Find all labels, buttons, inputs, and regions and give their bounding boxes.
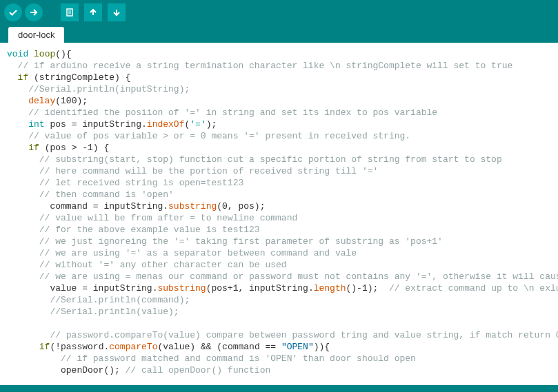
- code-comment: //Serial.println(command);: [7, 295, 190, 305]
- toolbar: [0, 0, 558, 25]
- code-text: )){: [314, 342, 330, 352]
- code-text: [28, 49, 34, 59]
- code-text: [7, 143, 28, 153]
- tab-door-lock[interactable]: door-lock: [8, 27, 64, 43]
- verify-button[interactable]: [4, 3, 22, 21]
- code-text: [7, 342, 39, 352]
- code-text: (!password.: [50, 342, 109, 352]
- code-text: value = inputString.: [7, 283, 157, 293]
- code-func: delay: [28, 96, 55, 106]
- code-comment: // for the above example value is test12…: [7, 225, 260, 235]
- code-text: pos = inputString.: [45, 119, 147, 130]
- code-keyword: void: [7, 49, 28, 59]
- code-text: ()-1);: [346, 283, 389, 293]
- code-comment: // extract command up to \n exluded: [389, 283, 558, 293]
- code-text: );: [206, 119, 217, 130]
- code-comment: // if arduino receive a string terminati…: [7, 61, 512, 71]
- code-keyword: if: [28, 143, 39, 153]
- code-text: (pos > -1) {: [39, 143, 109, 153]
- code-comment: // identified the posiion of '=' in stri…: [7, 107, 437, 118]
- code-string: '=': [190, 119, 206, 130]
- code-text: [7, 72, 18, 83]
- code-comment: // here command will be the portion of r…: [7, 166, 378, 176]
- code-func: substring: [157, 283, 206, 293]
- code-text: [7, 318, 12, 329]
- code-text: command = inputString.: [7, 201, 168, 212]
- code-text: (pos+1, inputString.: [206, 283, 314, 293]
- open-button[interactable]: [84, 3, 102, 21]
- code-comment: // let received string is open=test123: [7, 178, 243, 188]
- code-func: length: [314, 283, 346, 293]
- upload-button[interactable]: [25, 3, 43, 21]
- code-func: compareTo: [109, 342, 157, 352]
- code-text: openDoor();: [7, 365, 126, 375]
- code-keyword: if: [39, 342, 50, 352]
- code-comment: // we are using '=' as a separator betwe…: [7, 248, 357, 258]
- code-comment: // then command is 'open': [7, 189, 179, 200]
- code-comment: // call openDoor() function: [126, 365, 276, 375]
- new-button[interactable]: [61, 3, 79, 21]
- code-comment: // password.compareTo(value) compare bet…: [7, 330, 558, 340]
- code-keyword: if: [18, 72, 29, 83]
- code-text: (){: [55, 49, 71, 59]
- code-comment: //Serial.println(inputString);: [7, 84, 190, 94]
- code-type: int: [28, 119, 44, 130]
- code-text: (value) && (command ==: [157, 342, 281, 352]
- arrow-down-icon: [112, 8, 121, 17]
- file-icon: [65, 8, 74, 17]
- code-func: loop: [34, 49, 55, 59]
- code-comment: //Serial.println(value);: [7, 307, 179, 317]
- status-bar: [0, 385, 558, 392]
- code-text: (0, pos);: [217, 201, 265, 212]
- check-icon: [8, 8, 18, 17]
- code-text: (stringComplete) {: [28, 72, 130, 83]
- code-comment: // substring(start, stop) function cut a…: [7, 154, 502, 165]
- code-comment: // without '=' any other character can b…: [7, 260, 292, 270]
- code-comment: // value of pos variable > or = 0 means …: [7, 131, 410, 141]
- code-comment: // we are using = menas our command or p…: [7, 271, 558, 282]
- code-comment: // we just ignoreing the '=' taking firs…: [7, 236, 443, 247]
- code-comment: // value will be from after = to newline…: [7, 213, 297, 223]
- code-editor[interactable]: void loop(){ // if arduino receive a str…: [0, 43, 558, 385]
- arrow-up-icon: [88, 8, 98, 17]
- code-comment: // if password matched and command is 'O…: [7, 353, 416, 364]
- code-func: indexOf: [147, 119, 185, 130]
- code-string: "OPEN": [281, 342, 314, 352]
- code-text: [7, 96, 28, 106]
- arrow-right-icon: [29, 8, 39, 17]
- code-func: substring: [168, 201, 217, 212]
- code-text: (100);: [55, 96, 88, 106]
- save-button[interactable]: [108, 3, 126, 21]
- code-text: [7, 119, 28, 130]
- tab-bar: door-lock: [0, 25, 558, 43]
